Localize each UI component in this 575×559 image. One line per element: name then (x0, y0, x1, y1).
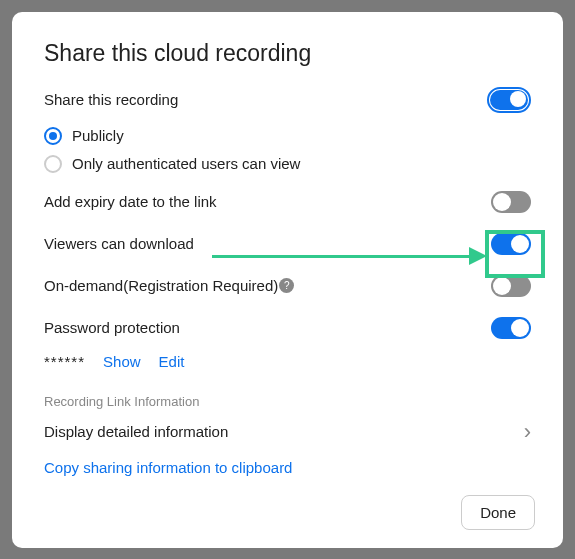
visibility-radio-group: Publicly Only authenticated users can vi… (44, 127, 531, 173)
share-recording-row: Share this recording (44, 87, 531, 113)
share-recording-label: Share this recording (44, 91, 178, 108)
expiry-label: Add expiry date to the link (44, 193, 217, 210)
dialog-footer: Done (461, 495, 535, 530)
radio-unselected-icon (44, 155, 62, 173)
radio-publicly-label: Publicly (72, 127, 124, 144)
expiry-row: Add expiry date to the link (44, 191, 531, 213)
on-demand-label: On-demand(Registration Required) ? (44, 277, 294, 294)
share-recording-toggle[interactable] (487, 87, 531, 113)
chevron-right-icon: › (524, 419, 531, 445)
password-label: Password protection (44, 319, 180, 336)
on-demand-text: On-demand(Registration Required) (44, 277, 278, 294)
dialog-title: Share this cloud recording (44, 40, 531, 67)
done-button[interactable]: Done (461, 495, 535, 530)
display-detailed-label: Display detailed information (44, 423, 228, 440)
download-toggle[interactable] (491, 233, 531, 255)
password-masked: ****** (44, 353, 85, 370)
copy-clipboard-link[interactable]: Copy sharing information to clipboard (44, 459, 292, 476)
on-demand-toggle[interactable] (491, 275, 531, 297)
password-row: Password protection (44, 317, 531, 339)
password-edit-link[interactable]: Edit (159, 353, 185, 370)
password-show-link[interactable]: Show (103, 353, 141, 370)
share-recording-dialog: Share this cloud recording Share this re… (12, 12, 563, 548)
help-icon[interactable]: ? (279, 278, 294, 293)
download-row: Viewers can download (44, 233, 531, 255)
expiry-toggle[interactable] (491, 191, 531, 213)
radio-authenticated[interactable]: Only authenticated users can view (44, 155, 531, 173)
download-label: Viewers can download (44, 235, 194, 252)
radio-authenticated-label: Only authenticated users can view (72, 155, 300, 172)
password-controls: ****** Show Edit (44, 353, 531, 370)
radio-selected-icon (44, 127, 62, 145)
on-demand-row: On-demand(Registration Required) ? (44, 275, 531, 297)
display-detailed-row[interactable]: Display detailed information › (44, 419, 531, 445)
link-info-section-label: Recording Link Information (44, 394, 531, 409)
password-toggle[interactable] (491, 317, 531, 339)
radio-publicly[interactable]: Publicly (44, 127, 531, 145)
